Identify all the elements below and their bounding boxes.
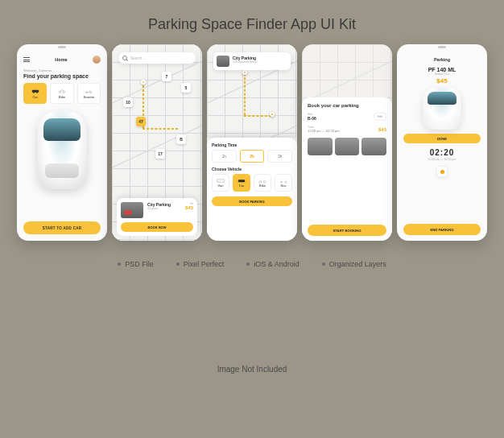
map-pin[interactable]: 10 [123,97,133,107]
end-parking-button[interactable]: END PARKING [403,224,481,235]
feature-item: PSD File [125,260,154,268]
booking-sheet: Book your car parking Slot B-06 Edit Tim… [302,97,392,241]
hero-title: Parking Space Finder App UI Kit [0,0,504,44]
timer-range: 11:00 am — 02:20 pm [397,158,487,161]
screen-map-search: Search… 7 5 10 47 B 17 City Parking 44 s… [112,44,202,241]
screen-confirm-booking: Book your car parking Slot B-06 Edit Tim… [302,44,392,241]
bullet-icon [246,262,250,266]
vehicle-option-bike[interactable]: Bike [254,174,271,192]
screens-row: Home Welcome, Cameron. Find your parking… [0,44,504,241]
route-end-icon [270,112,275,117]
done-button[interactable]: DONE [403,134,481,143]
time-section-label: Parking Time [212,143,292,147]
vehicle-label: Van [218,184,224,188]
svg-point-11 [280,181,282,183]
svg-point-6 [90,92,92,93]
gallery-thumb[interactable] [361,138,386,155]
scooter-icon [279,178,287,184]
gallery-thumb[interactable] [335,138,360,155]
van-icon [217,178,225,184]
book-now-button[interactable]: BOOK NOW [121,222,193,232]
timer: 02:20 [397,148,487,157]
parking-card[interactable]: City Parking 44 spots /hr $45 BOOK NOW [117,198,197,236]
car-illustration [423,88,461,130]
vehicle-option-scooter[interactable]: Sco [275,174,292,192]
bike-icon [58,88,66,94]
disclaimer-text: Image Not Included [0,365,504,374]
start-add-car-button[interactable]: START TO ADD CAR [23,221,101,234]
vehicle-type-car[interactable]: Car [23,83,47,104]
route-start-icon [242,70,247,75]
svg-rect-8 [238,180,245,182]
sheet-title: Book your car parking [308,103,386,108]
time-option-active[interactable]: 2h [240,150,265,163]
vehicle-type-bike[interactable]: Bike [50,83,73,104]
search-placeholder: Search… [130,56,146,60]
vehicle-type-label: Bike [59,95,65,99]
search-icon [122,56,127,60]
svg-point-12 [285,181,287,183]
svg-point-9 [259,181,262,184]
start-booking-button[interactable]: START BOOKING [308,225,386,236]
welcome-text: Welcome, Cameron. [17,67,107,72]
parking-thumb [217,56,229,67]
screen-booking-config: City Parking 220 Spooner Street Parking … [207,44,297,241]
plate-number: PF 140 ML [397,67,487,72]
page-title: Parking [397,52,487,62]
location-icon [440,170,444,174]
svg-rect-7 [217,180,224,182]
feature-item: Organized Layers [329,260,386,268]
vehicle-type-label: Car [32,95,37,99]
scooter-icon [85,88,93,94]
parking-spots: 44 spots [147,207,181,210]
time-option[interactable]: 3h [267,150,292,163]
svg-point-2 [36,92,38,93]
slot-value: B-06 [308,116,316,121]
price-value: $45 [185,205,193,210]
feature-list: PSD File Pixel Perfect iOS & Android Org… [0,260,504,268]
map-pin[interactable]: B [176,134,186,144]
edit-button[interactable]: Edit [374,113,386,121]
bullet-icon [176,262,180,266]
vehicle-option-van[interactable]: Van [212,174,229,192]
time-option[interactable]: 1h [212,150,237,163]
selected-parking-card[interactable]: City Parking 220 Spooner Street [213,52,291,70]
bike-icon [258,178,266,184]
locate-button[interactable] [436,166,448,177]
screen-active-parking: Parking PF 140 ML Sedan | Car $45 DONE 0… [397,44,487,241]
map-pin-active[interactable]: 47 [136,117,146,126]
map-pin[interactable]: 7 [162,72,171,81]
svg-point-10 [263,181,266,184]
vehicle-subtitle: Sedan | Car [397,72,487,76]
book-parking-button[interactable]: BOOK PARKING [212,196,292,206]
vehicle-type-scooter[interactable]: Scooter [77,83,101,104]
vehicle-label: Sco [281,184,287,188]
parking-thumb [121,202,143,218]
svg-rect-0 [31,90,38,93]
avatar[interactable] [93,56,101,64]
feature-item: Pixel Perfect [184,260,225,268]
car-icon [31,88,39,94]
page-title: Home [55,57,67,62]
vehicle-option-car[interactable]: Car [233,174,250,192]
map-pin[interactable]: 17 [155,149,165,159]
parking-address: 220 Spooner Street [233,60,287,64]
menu-icon[interactable] [23,57,30,62]
time-value: 11:00 am — 02:20 pm [308,129,340,133]
search-input[interactable]: Search… [118,52,196,64]
vehicle-section-label: Choose Vehicle [212,167,292,171]
car-icon [238,178,246,184]
bullet-icon [118,262,121,266]
gallery-thumb[interactable] [308,138,333,155]
map-pin[interactable]: 5 [181,83,191,93]
vehicle-type-label: Scooter [83,95,94,99]
svg-point-1 [33,92,35,93]
feature-item: iOS & Android [254,260,300,268]
vehicle-label: Car [239,184,244,188]
heading: Find your parking space [17,72,107,83]
user-location-icon [141,80,146,85]
car-illustration [37,112,87,189]
price-value: $45 [397,77,487,85]
screen-home: Home Welcome, Cameron. Find your parking… [17,44,107,241]
bullet-icon [322,262,325,266]
